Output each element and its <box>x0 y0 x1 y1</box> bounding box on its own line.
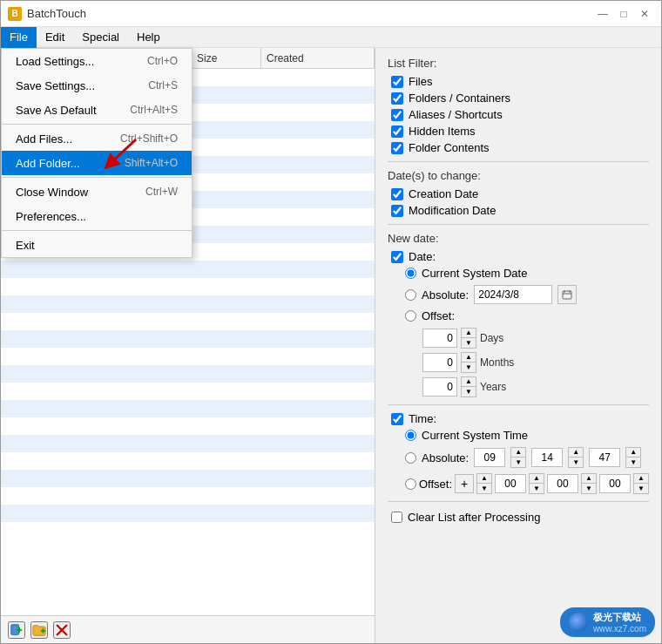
table-row <box>1 365 375 383</box>
months-down-button[interactable]: ▼ <box>462 363 476 372</box>
file-dropdown-menu: Load Settings... Ctrl+O Save Settings...… <box>1 48 193 258</box>
divider-4 <box>388 501 649 502</box>
table-row <box>1 505 375 522</box>
offset-sign-up[interactable]: ▲ <box>477 474 491 484</box>
menu-add-folder[interactable]: Add Folder... Shift+Alt+O <box>2 151 192 175</box>
filter-folders-checkbox[interactable] <box>391 92 403 105</box>
watermark: 极光下载站 www.xz7.com <box>560 607 655 637</box>
menu-edit[interactable]: Edit <box>37 27 73 48</box>
remove-item-button[interactable] <box>53 621 71 639</box>
absolute-date-input[interactable] <box>474 285 552 304</box>
absolute-date-radio[interactable] <box>405 289 416 301</box>
offset-s-down[interactable]: ▼ <box>634 484 648 493</box>
col-created-header: Created <box>261 48 375 68</box>
current-system-date-row: Current System Date <box>388 267 649 280</box>
time-h-down[interactable]: ▼ <box>511 458 525 467</box>
menu-save-as-default[interactable]: Save As Default Ctrl+Alt+S <box>2 98 192 122</box>
menu-save-settings[interactable]: Save Settings... Ctrl+S <box>2 73 192 98</box>
creation-date-checkbox[interactable] <box>391 188 403 200</box>
months-up-button[interactable]: ▲ <box>462 353 476 363</box>
table-row <box>1 470 375 487</box>
days-up-button[interactable]: ▲ <box>462 329 476 338</box>
months-label: Months <box>480 356 514 369</box>
save-as-default-shortcut: Ctrl+Alt+S <box>130 104 178 116</box>
table-row <box>1 330 375 348</box>
modification-date-label: Modification Date <box>409 204 496 217</box>
days-label: Days <box>480 332 503 344</box>
menu-load-settings[interactable]: Load Settings... Ctrl+O <box>2 49 192 73</box>
filter-files-checkbox[interactable] <box>391 76 403 88</box>
current-system-time-radio[interactable] <box>405 430 416 441</box>
months-input[interactable] <box>422 353 457 372</box>
absolute-time-radio[interactable] <box>405 452 416 464</box>
watermark-url: www.xz7.com <box>593 624 646 634</box>
time-m-up[interactable]: ▲ <box>569 448 583 458</box>
time-min-input[interactable] <box>531 448 563 467</box>
menu-file[interactable]: File <box>1 27 37 48</box>
menu-special[interactable]: Special <box>73 27 128 48</box>
offset-m-spinner: ▲ ▼ <box>581 473 597 494</box>
current-system-time-label: Current System Time <box>422 429 528 442</box>
table-row <box>1 452 375 470</box>
add-files-footer-button[interactable] <box>8 621 25 639</box>
time-h-up[interactable]: ▲ <box>511 448 525 458</box>
dates-to-change-title: Date(s) to change: <box>388 169 649 182</box>
years-up-button[interactable]: ▲ <box>462 377 476 387</box>
title-bar: B BatchTouch — □ ✕ <box>1 1 661 27</box>
time-sec-input[interactable] <box>589 448 620 467</box>
preferences-label: Preferences... <box>16 210 86 223</box>
time-m-down[interactable]: ▼ <box>569 458 583 467</box>
close-button[interactable]: ✕ <box>635 4 654 24</box>
days-input[interactable] <box>422 329 457 348</box>
filter-aliases-label: Aliases / Shortcuts <box>409 108 503 121</box>
filter-folder-contents-checkbox[interactable] <box>391 142 403 154</box>
col-size-header: Size <box>192 48 261 68</box>
offset-date-radio[interactable] <box>405 310 416 322</box>
creation-date-row: Creation Date <box>388 187 649 200</box>
menu-help[interactable]: Help <box>128 27 169 48</box>
clear-list-checkbox[interactable] <box>391 512 402 523</box>
close-window-shortcut: Ctrl+W <box>145 186 178 198</box>
save-as-default-label: Save As Default <box>16 104 97 117</box>
offset-sign-down[interactable]: ▼ <box>477 484 491 493</box>
add-folder-shortcut: Shift+Alt+O <box>125 157 178 169</box>
offset-s-input[interactable] <box>599 474 631 493</box>
table-row <box>1 261 375 278</box>
filter-folder-contents-label: Folder Contents <box>409 141 490 154</box>
right-panel: List Filter: Files Folders / Containers … <box>375 48 661 643</box>
add-folder-footer-button[interactable] <box>30 621 48 639</box>
offset-time-radio[interactable] <box>405 478 416 490</box>
current-system-date-radio[interactable] <box>405 268 416 279</box>
minimize-button[interactable]: — <box>593 4 612 24</box>
offset-m-input[interactable] <box>547 474 578 493</box>
years-down-button[interactable]: ▼ <box>462 387 476 397</box>
time-s-up[interactable]: ▲ <box>626 448 640 458</box>
offset-h-down[interactable]: ▼ <box>530 484 544 493</box>
modification-date-checkbox[interactable] <box>391 205 403 217</box>
menu-close-window[interactable]: Close Window Ctrl+W <box>2 180 192 204</box>
time-s-down[interactable]: ▼ <box>626 458 640 467</box>
offset-time-label: Offset: <box>419 478 452 491</box>
offset-sign-button[interactable]: + <box>455 474 474 493</box>
menu-exit[interactable]: Exit <box>2 233 192 257</box>
offset-m-down[interactable]: ▼ <box>582 484 596 493</box>
menu-preferences[interactable]: Preferences... <box>2 204 192 228</box>
menu-add-files[interactable]: Add Files... Ctrl+Shift+O <box>2 126 192 151</box>
years-input[interactable] <box>422 377 457 397</box>
years-label: Years <box>480 381 506 393</box>
filter-hidden-checkbox[interactable] <box>391 125 403 138</box>
date-enabled-checkbox[interactable] <box>391 251 403 263</box>
calendar-button[interactable] <box>557 285 577 304</box>
offset-h-input[interactable] <box>495 474 526 493</box>
table-row <box>1 383 375 400</box>
offset-s-up[interactable]: ▲ <box>634 474 648 484</box>
filter-aliases-checkbox[interactable] <box>391 109 403 121</box>
maximize-button[interactable]: □ <box>614 4 633 24</box>
separator-1 <box>2 124 192 125</box>
days-down-button[interactable]: ▼ <box>462 338 476 348</box>
offset-m-up[interactable]: ▲ <box>582 474 596 484</box>
time-hour-input[interactable] <box>474 448 505 467</box>
title-bar-left: B BatchTouch <box>8 7 86 21</box>
time-enabled-checkbox[interactable] <box>391 413 403 425</box>
offset-h-up[interactable]: ▲ <box>530 474 544 484</box>
